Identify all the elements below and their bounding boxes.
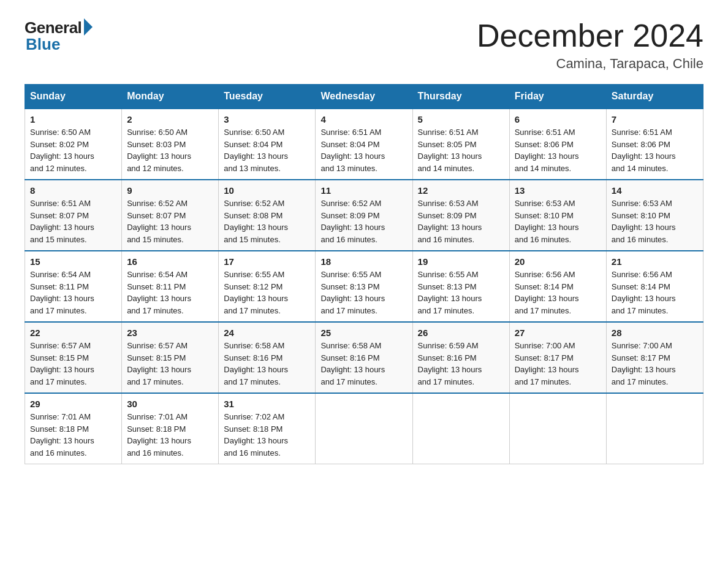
calendar-cell: 12 Sunrise: 6:53 AM Sunset: 8:09 PM Dayl…	[412, 180, 509, 251]
day-number: 9	[127, 185, 213, 196]
day-number: 20	[515, 256, 601, 267]
day-number: 11	[320, 185, 407, 196]
day-info: Sunrise: 6:50 AM Sunset: 8:04 PM Dayligh…	[224, 126, 310, 174]
calendar-cell: 6 Sunrise: 6:51 AM Sunset: 8:06 PM Dayli…	[509, 109, 606, 180]
day-info: Sunrise: 6:50 AM Sunset: 8:03 PM Dayligh…	[127, 126, 213, 174]
calendar-cell: 29 Sunrise: 7:01 AM Sunset: 8:18 PM Dayl…	[25, 393, 122, 464]
weekday-header-row: SundayMondayTuesdayWednesdayThursdayFrid…	[25, 85, 703, 109]
calendar-cell: 24 Sunrise: 6:58 AM Sunset: 8:16 PM Dayl…	[219, 322, 316, 393]
calendar-cell: 9 Sunrise: 6:52 AM Sunset: 8:07 PM Dayli…	[122, 180, 219, 251]
calendar-cell	[412, 393, 509, 464]
day-number: 13	[515, 185, 601, 196]
day-info: Sunrise: 7:00 AM Sunset: 8:17 PM Dayligh…	[515, 340, 601, 388]
calendar-cell: 1 Sunrise: 6:50 AM Sunset: 8:02 PM Dayli…	[25, 109, 122, 180]
day-info: Sunrise: 7:01 AM Sunset: 8:18 PM Dayligh…	[127, 411, 213, 459]
day-number: 4	[320, 114, 407, 124]
day-number: 29	[30, 399, 116, 409]
weekday-header-friday: Friday	[509, 85, 606, 109]
calendar-week-row: 29 Sunrise: 7:01 AM Sunset: 8:18 PM Dayl…	[25, 393, 703, 464]
calendar-cell: 8 Sunrise: 6:51 AM Sunset: 8:07 PM Dayli…	[25, 180, 122, 251]
day-info: Sunrise: 7:02 AM Sunset: 8:18 PM Dayligh…	[224, 411, 310, 459]
calendar-cell: 16 Sunrise: 6:54 AM Sunset: 8:11 PM Dayl…	[122, 251, 219, 322]
calendar-cell: 25 Sunrise: 6:58 AM Sunset: 8:16 PM Dayl…	[316, 322, 412, 393]
day-number: 27	[515, 327, 601, 338]
day-number: 28	[612, 327, 698, 338]
weekday-header-tuesday: Tuesday	[219, 85, 316, 109]
day-info: Sunrise: 6:55 AM Sunset: 8:12 PM Dayligh…	[224, 269, 310, 316]
weekday-header-thursday: Thursday	[412, 85, 509, 109]
calendar-cell	[316, 393, 412, 464]
calendar-cell: 28 Sunrise: 7:00 AM Sunset: 8:17 PM Dayl…	[606, 322, 703, 393]
day-number: 22	[30, 327, 116, 338]
calendar-title: December 2024	[477, 18, 703, 53]
day-number: 17	[224, 256, 310, 267]
calendar-subtitle: Camina, Tarapaca, Chile	[477, 56, 703, 72]
day-number: 25	[320, 327, 407, 338]
day-info: Sunrise: 6:57 AM Sunset: 8:15 PM Dayligh…	[127, 340, 213, 388]
weekday-header-sunday: Sunday	[25, 85, 122, 109]
day-number: 15	[30, 256, 116, 267]
day-number: 30	[127, 399, 213, 409]
calendar-week-row: 1 Sunrise: 6:50 AM Sunset: 8:02 PM Dayli…	[25, 109, 703, 180]
weekday-header-wednesday: Wednesday	[316, 85, 412, 109]
day-info: Sunrise: 6:58 AM Sunset: 8:16 PM Dayligh…	[320, 340, 407, 388]
day-number: 8	[30, 185, 116, 196]
day-number: 31	[224, 399, 310, 409]
page-header: General Blue December 2024 Camina, Tarap…	[25, 18, 703, 72]
day-info: Sunrise: 6:57 AM Sunset: 8:15 PM Dayligh…	[30, 340, 116, 388]
calendar-cell: 3 Sunrise: 6:50 AM Sunset: 8:04 PM Dayli…	[219, 109, 316, 180]
day-info: Sunrise: 6:55 AM Sunset: 8:13 PM Dayligh…	[320, 269, 407, 316]
calendar-cell: 19 Sunrise: 6:55 AM Sunset: 8:13 PM Dayl…	[412, 251, 509, 322]
logo-blue-text: Blue	[26, 35, 60, 54]
day-number: 12	[418, 185, 504, 196]
day-info: Sunrise: 6:52 AM Sunset: 8:07 PM Dayligh…	[127, 197, 213, 245]
day-number: 5	[418, 114, 504, 124]
day-number: 23	[127, 327, 213, 338]
calendar-cell: 26 Sunrise: 6:59 AM Sunset: 8:16 PM Dayl…	[412, 322, 509, 393]
day-number: 1	[30, 114, 116, 124]
day-info: Sunrise: 7:00 AM Sunset: 8:17 PM Dayligh…	[612, 340, 698, 388]
calendar-week-row: 22 Sunrise: 6:57 AM Sunset: 8:15 PM Dayl…	[25, 322, 703, 393]
day-number: 14	[612, 185, 698, 196]
day-info: Sunrise: 6:53 AM Sunset: 8:10 PM Dayligh…	[515, 197, 601, 245]
day-number: 3	[224, 114, 310, 124]
calendar-cell: 2 Sunrise: 6:50 AM Sunset: 8:03 PM Dayli…	[122, 109, 219, 180]
calendar-week-row: 15 Sunrise: 6:54 AM Sunset: 8:11 PM Dayl…	[25, 251, 703, 322]
day-info: Sunrise: 6:54 AM Sunset: 8:11 PM Dayligh…	[30, 269, 116, 316]
day-info: Sunrise: 6:52 AM Sunset: 8:09 PM Dayligh…	[320, 197, 407, 245]
day-info: Sunrise: 6:51 AM Sunset: 8:04 PM Dayligh…	[320, 126, 407, 174]
day-number: 16	[127, 256, 213, 267]
calendar-cell: 20 Sunrise: 6:56 AM Sunset: 8:14 PM Dayl…	[509, 251, 606, 322]
calendar-cell: 17 Sunrise: 6:55 AM Sunset: 8:12 PM Dayl…	[219, 251, 316, 322]
title-block: December 2024 Camina, Tarapaca, Chile	[477, 18, 703, 72]
calendar-week-row: 8 Sunrise: 6:51 AM Sunset: 8:07 PM Dayli…	[25, 180, 703, 251]
calendar-table: SundayMondayTuesdayWednesdayThursdayFrid…	[25, 84, 703, 464]
day-info: Sunrise: 6:56 AM Sunset: 8:14 PM Dayligh…	[515, 269, 601, 316]
calendar-cell: 18 Sunrise: 6:55 AM Sunset: 8:13 PM Dayl…	[316, 251, 412, 322]
calendar-cell: 14 Sunrise: 6:53 AM Sunset: 8:10 PM Dayl…	[606, 180, 703, 251]
day-info: Sunrise: 6:59 AM Sunset: 8:16 PM Dayligh…	[418, 340, 504, 388]
day-number: 19	[418, 256, 504, 267]
day-info: Sunrise: 6:56 AM Sunset: 8:14 PM Dayligh…	[612, 269, 698, 316]
day-number: 21	[612, 256, 698, 267]
calendar-cell: 4 Sunrise: 6:51 AM Sunset: 8:04 PM Dayli…	[316, 109, 412, 180]
logo: General Blue	[25, 18, 93, 54]
calendar-cell: 23 Sunrise: 6:57 AM Sunset: 8:15 PM Dayl…	[122, 322, 219, 393]
day-number: 7	[612, 114, 698, 124]
day-number: 10	[224, 185, 310, 196]
calendar-cell: 22 Sunrise: 6:57 AM Sunset: 8:15 PM Dayl…	[25, 322, 122, 393]
calendar-cell: 13 Sunrise: 6:53 AM Sunset: 8:10 PM Dayl…	[509, 180, 606, 251]
calendar-cell: 30 Sunrise: 7:01 AM Sunset: 8:18 PM Dayl…	[122, 393, 219, 464]
day-info: Sunrise: 7:01 AM Sunset: 8:18 PM Dayligh…	[30, 411, 116, 459]
calendar-cell: 21 Sunrise: 6:56 AM Sunset: 8:14 PM Dayl…	[606, 251, 703, 322]
day-number: 2	[127, 114, 213, 124]
day-info: Sunrise: 6:58 AM Sunset: 8:16 PM Dayligh…	[224, 340, 310, 388]
calendar-cell: 31 Sunrise: 7:02 AM Sunset: 8:18 PM Dayl…	[219, 393, 316, 464]
calendar-cell: 15 Sunrise: 6:54 AM Sunset: 8:11 PM Dayl…	[25, 251, 122, 322]
logo-triangle-icon	[84, 18, 93, 36]
calendar-cell: 7 Sunrise: 6:51 AM Sunset: 8:06 PM Dayli…	[606, 109, 703, 180]
day-number: 24	[224, 327, 310, 338]
day-number: 26	[418, 327, 504, 338]
weekday-header-monday: Monday	[122, 85, 219, 109]
calendar-cell: 27 Sunrise: 7:00 AM Sunset: 8:17 PM Dayl…	[509, 322, 606, 393]
